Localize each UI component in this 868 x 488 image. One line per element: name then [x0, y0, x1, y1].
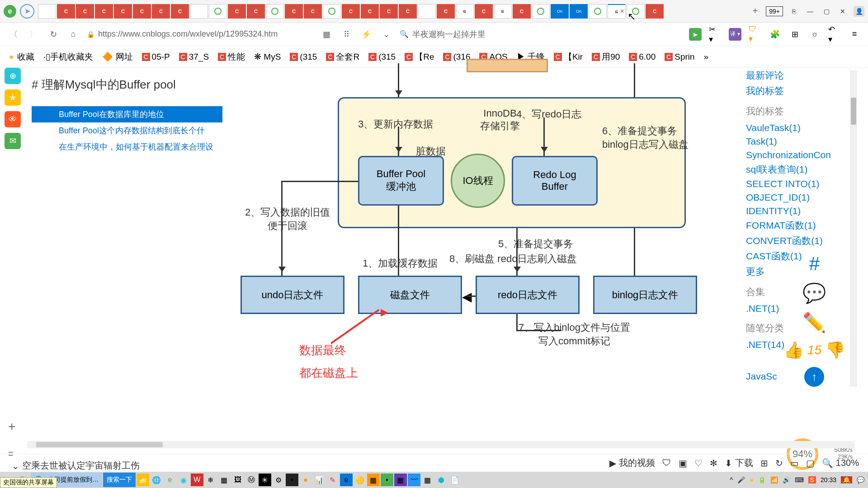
browser-tab[interactable]: C [380, 4, 398, 19]
compass-icon[interactable]: ➤ [20, 4, 34, 19]
download-button[interactable]: ⬇下载 [725, 457, 753, 469]
tray-notification-icon[interactable]: 🔔 [841, 476, 852, 483]
browser-tab[interactable]: C [171, 4, 189, 19]
add-panel-button[interactable]: + [8, 419, 15, 434]
taskbar-app-2[interactable]: 🌐 [150, 474, 163, 486]
browser-tab[interactable] [190, 4, 208, 19]
tray-mic-icon[interactable]: 🎤 [737, 476, 745, 483]
status-icon-4[interactable]: ✻ [710, 458, 717, 469]
outline-item[interactable]: 在生产环境中，如何基于机器配置来合理设 [32, 139, 222, 155]
browser-tab[interactable] [38, 4, 56, 19]
taskbar-app-8[interactable]: 🖼 [231, 474, 244, 486]
my-video-button[interactable]: ▶我的视频 [609, 457, 655, 469]
qr-icon[interactable]: ⠿ [340, 28, 353, 41]
tray-action-center-icon[interactable]: 💬 [857, 476, 864, 483]
avatar-icon[interactable]: 👤 [854, 6, 864, 17]
apps-icon[interactable]: ⊞ [788, 28, 801, 41]
browser-tab[interactable]: C [646, 4, 664, 19]
vertical-scrollbar[interactable] [850, 70, 857, 387]
status-icon-1[interactable]: 🛡 [662, 458, 671, 468]
taskbar-app-17[interactable]: 🟡 [354, 474, 366, 486]
tray-wifi-icon[interactable]: 📶 [770, 476, 778, 483]
bookmark-item[interactable]: ★收藏 [4, 49, 38, 65]
browser-tab[interactable]: C [228, 4, 246, 19]
taskbar-app-6[interactable]: ❄ [204, 474, 217, 486]
comment-icon[interactable]: 💬 [802, 282, 826, 304]
bookmark-item[interactable]: C(315 [286, 50, 321, 64]
status-icon-7[interactable]: ▭ [790, 458, 799, 469]
status-icon-5[interactable]: ⊞ [760, 458, 768, 469]
new-tab-button[interactable]: + [748, 6, 763, 16]
sidebar-icon-1[interactable]: ⊕ [5, 68, 21, 84]
edit-icon[interactable]: ✏️ [802, 311, 826, 333]
bookmark-item[interactable]: C37_S [175, 50, 212, 64]
reload-button[interactable]: ↻ [47, 28, 60, 41]
sidebar-icon-mail[interactable]: ✉ [5, 133, 21, 149]
sidebar-link[interactable]: Task(1) [746, 135, 863, 148]
taskbar-app-1[interactable]: 📁 [137, 474, 149, 486]
browser-tab[interactable]: C [399, 4, 417, 19]
browser-tab[interactable]: C [95, 4, 113, 19]
status-icon-3[interactable]: ♡ [694, 458, 703, 469]
taskbar-app-10[interactable]: ✳ [259, 474, 271, 486]
puzzle-icon[interactable]: 🧩 [769, 28, 781, 41]
taskbar-app-13[interactable]: ● [299, 474, 312, 486]
sidebar-link[interactable]: 我的标签 [746, 83, 863, 99]
browser-tab[interactable]: C [475, 4, 493, 19]
taskbar-app-12[interactable]: ▪ [286, 474, 298, 486]
url-field[interactable]: 🔒 https://www.cnblogs.com/wxlevel/p/1299… [87, 29, 313, 39]
notification-badge[interactable]: 99+ [766, 6, 783, 16]
tray-ime-icon[interactable]: ⌨ [795, 476, 804, 483]
status-icon-2[interactable]: ▣ [679, 458, 687, 469]
bookmark-item[interactable]: ·▯手机收藏夹 [40, 49, 97, 65]
bookmark-item[interactable]: C用90 [588, 49, 623, 65]
shield-icon[interactable]: 🛡 ▾ [749, 28, 761, 41]
reader-icon[interactable]: ▦ [320, 28, 333, 41]
thumbs-up-icon[interactable]: 👍 [783, 341, 804, 360]
tray-chevron-icon[interactable]: ^ [730, 476, 733, 483]
sidebar-link[interactable]: FORMAT函数(1) [746, 218, 863, 233]
browser-tab[interactable] [209, 4, 227, 19]
tray-icon-1[interactable]: ● [750, 476, 753, 483]
browser-tab[interactable]: C [285, 4, 303, 19]
taskbar-app-24[interactable]: 📄 [448, 474, 461, 486]
bookmark-item[interactable]: CSprin [661, 50, 698, 64]
thumbs-down-icon[interactable]: 👎 [825, 341, 845, 360]
taskbar-app-15[interactable]: ✎ [326, 474, 339, 486]
tray-sogou-icon[interactable]: S [808, 476, 816, 483]
browser-tab[interactable]: ຣ [456, 4, 474, 19]
browser-tab[interactable] [323, 4, 341, 19]
browser-tab[interactable]: C [152, 4, 170, 19]
taskbar-app-14[interactable]: 📊 [313, 474, 326, 486]
sidebar-link[interactable]: 最新评论 [746, 68, 863, 83]
status-icon-6[interactable]: ↻ [775, 458, 783, 469]
bookmark-item[interactable]: C全套R [322, 49, 363, 65]
home-button[interactable]: ⌂ [67, 28, 80, 41]
menu-icon[interactable]: ≡ [848, 28, 861, 41]
browser-tab[interactable]: C [361, 4, 379, 19]
taskbar-app-9[interactable]: Ⓜ [245, 474, 258, 486]
close-button[interactable]: ✕ [837, 6, 848, 17]
tray-clock[interactable]: 20:33 [821, 476, 836, 483]
browser-tab[interactable]: On [551, 4, 569, 19]
browser-tab[interactable]: C [304, 4, 322, 19]
taskbar-app-21[interactable]: 〰 [408, 474, 420, 486]
extension-icon-1[interactable]: ▸ [689, 28, 702, 41]
sidebar-icon-2[interactable]: ★ [5, 89, 21, 106]
taskbar-app-7[interactable]: ▦ [218, 474, 231, 486]
undo-icon[interactable]: ↶ ▾ [828, 28, 841, 41]
translate-icon[interactable]: 译 ▾ [729, 28, 741, 41]
browser-tab[interactable] [418, 4, 436, 19]
bookmark-item[interactable]: ❋ MyS [250, 50, 284, 64]
scroll-top-button[interactable]: ↑ [804, 367, 824, 387]
flash-icon[interactable]: ⚡ [360, 28, 373, 41]
minimize-button[interactable]: — [805, 6, 816, 17]
browser-tab[interactable]: ຣ✕ [608, 4, 626, 19]
taskbar-app-16[interactable]: e [340, 474, 353, 486]
taskbar-search-button[interactable]: 搜索一下 [103, 473, 136, 487]
taskbar-app-19[interactable]: ▪ [381, 474, 393, 486]
taskbar-app-20[interactable]: ▦ [394, 474, 407, 486]
sidebar-link[interactable]: OBJECT_ID(1) [746, 191, 863, 204]
browser-tab[interactable]: C [342, 4, 360, 19]
tab-close-icon[interactable]: ✕ [620, 8, 624, 14]
